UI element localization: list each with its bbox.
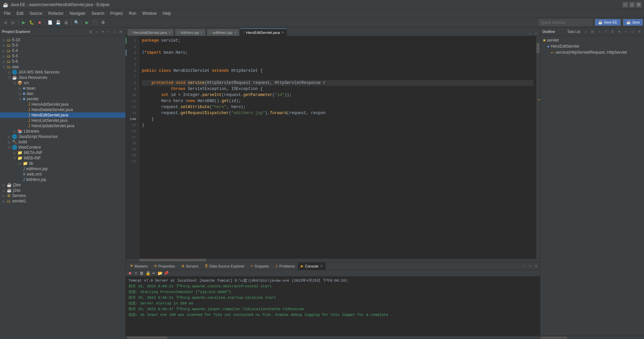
code-content[interactable]: package servlet; 3*import bean.Hero; pub…: [139, 36, 536, 258]
tab-datasource[interactable]: 🗄 Data Source Explorer: [202, 262, 248, 270]
tree-item-5-5[interactable]: ▷🗂5-5: [0, 53, 125, 59]
bottom-maximize-btn[interactable]: □: [527, 263, 533, 269]
tab-listhero-close[interactable]: ✕: [200, 31, 203, 34]
toolbar-save[interactable]: 💾: [54, 19, 62, 26]
perspective-javaee[interactable]: ☕ Java EE: [595, 19, 621, 26]
toolbar-server-start[interactable]: ▶: [83, 19, 91, 26]
console-open-file[interactable]: 📂: [157, 271, 163, 276]
toolbar-print[interactable]: 🖨: [62, 19, 70, 26]
tree-item-heroupdate[interactable]: JHeroUpdateServlet.java: [0, 123, 125, 129]
tab-heroeditservlet[interactable]: J HeroEditServlet.java ✕: [240, 29, 287, 36]
maximize-button[interactable]: □: [629, 2, 635, 7]
toolbar-stop[interactable]: ■: [36, 19, 43, 26]
tree-item-libraries[interactable]: ▷📚Libraries: [0, 129, 125, 134]
outline-item-method[interactable]: ●◌ service(HttpServletRequest, HttpServl…: [542, 49, 643, 55]
console-scroll-lock[interactable]: 🔒: [145, 271, 151, 276]
tree-item-jax-ws[interactable]: ▷🌐JAX-WS Web Services: [0, 69, 125, 75]
perspective-java[interactable]: ☕ Java: [623, 19, 643, 26]
outline-menu-btn[interactable]: ▾: [616, 29, 622, 34]
bottom-close-btn[interactable]: ✕: [533, 263, 539, 269]
tree-item-heroedit[interactable]: JHeroEditServlet.java: [0, 112, 125, 118]
tree-item-edithero[interactable]: JeditHero.jsp: [0, 166, 125, 172]
explorer-close-button[interactable]: ✕: [118, 29, 123, 34]
quick-access-input[interactable]: [539, 19, 592, 26]
toolbar-debug[interactable]: 🐛: [28, 19, 35, 26]
tree-item-java-resources[interactable]: ▽☕Java Resources: [0, 75, 125, 80]
tree-item-src[interactable]: ▽📦src: [0, 80, 125, 86]
menu-project[interactable]: Project: [108, 10, 125, 16]
toolbar-run[interactable]: ▶: [20, 19, 27, 26]
tree-item-herolist[interactable]: JHeroListServlet.java: [0, 118, 125, 123]
tab-console[interactable]: ▶ Console ✕: [298, 262, 325, 270]
outline-close-btn[interactable]: ✕: [637, 29, 642, 34]
console-clear-btn[interactable]: 🗑: [139, 271, 145, 276]
outline-collapse-btn[interactable]: ⊟: [590, 29, 595, 34]
toolbar-settings[interactable]: ⚙: [99, 19, 107, 26]
tree-item-webcontent[interactable]: ▽🌐WebContent: [0, 145, 125, 150]
tree-item-servlet[interactable]: ▽■servlet: [0, 96, 125, 102]
editor-scrollbar-x[interactable]: [126, 258, 540, 262]
tab-edithero-close[interactable]: ✕: [234, 31, 236, 34]
outline-item-servlet[interactable]: ■ servlet: [542, 37, 643, 43]
tree-item-servers[interactable]: ▷🖥Servers: [0, 193, 125, 198]
tree-item-5-3[interactable]: ▷🗂5-3: [0, 43, 125, 48]
outline-minimize-btn[interactable]: ─: [623, 29, 629, 34]
toolbar-search[interactable]: 🔍: [73, 19, 80, 26]
tree-item-lib[interactable]: ▷📁lib: [0, 161, 125, 166]
collapse-all-button[interactable]: ⊟: [88, 29, 93, 34]
editor-minimize-btn[interactable]: ─: [527, 31, 533, 36]
console-pin[interactable]: 📌: [163, 271, 169, 276]
outline-sort-btn[interactable]: ↕: [596, 29, 602, 34]
console-close[interactable]: ✕: [320, 264, 323, 268]
explorer-minimize-button[interactable]: ─: [106, 29, 111, 34]
tree-item-bean[interactable]: ▷■bean: [0, 86, 125, 91]
tree-item-aaa[interactable]: ▽🗂aaa: [0, 64, 125, 69]
tab-heroadd-close[interactable]: ✕: [168, 31, 171, 34]
outline-hide-fields-btn[interactable]: f: [603, 29, 608, 34]
toolbar-forward[interactable]: ▷: [9, 19, 17, 26]
tab-properties[interactable]: ⚙ Properties: [151, 262, 178, 270]
menu-edit[interactable]: Edit: [14, 10, 26, 16]
explorer-menu-button[interactable]: ▾: [100, 29, 105, 34]
menu-file[interactable]: File: [1, 10, 13, 16]
tree-item-web-inf[interactable]: ▽📁WEB-INF: [0, 155, 125, 161]
tab-snippets[interactable]: ✂ Snippets: [248, 262, 272, 270]
menu-navigate[interactable]: Navigate: [67, 10, 88, 16]
tab-heroadd[interactable]: J HeroAddServlet.java ✕: [127, 29, 174, 36]
menu-help[interactable]: Help: [160, 10, 174, 16]
tree-item-js-resources[interactable]: ▷🌐JavaScript Resources: [0, 134, 125, 139]
close-button[interactable]: ✕: [636, 2, 641, 7]
minimize-button[interactable]: ─: [623, 2, 628, 7]
tree-item-5-6[interactable]: ▷🗂5-6: [0, 59, 125, 64]
outline-scrollbar-x[interactable]: [540, 336, 644, 339]
tree-item-meta-inf[interactable]: ▷📁META-INF: [0, 150, 125, 155]
tree-item-webxml[interactable]: Xweb.xml: [0, 172, 125, 177]
outline-maximize-btn[interactable]: □: [630, 29, 635, 34]
tree-item-herodelete[interactable]: JHeroDeleteServlet.java: [0, 107, 125, 112]
tree-item-j2ee[interactable]: ▷☕j2ee: [0, 182, 125, 188]
tab-markers[interactable]: ⚑ Markers: [127, 262, 151, 270]
bottom-minimize-btn[interactable]: ─: [521, 263, 527, 269]
tab-problems[interactable]: ⚠ Problems: [272, 262, 298, 270]
tab-edithero[interactable]: J editHero.jsp ✕: [207, 29, 239, 36]
console-stop-btn[interactable]: ■: [127, 271, 132, 276]
tree-item-listhero[interactable]: JlistHero.jsp: [0, 177, 125, 182]
console-word-wrap[interactable]: ↵: [151, 271, 157, 276]
menu-search[interactable]: Search: [89, 10, 107, 16]
link-with-editor-button[interactable]: ↔: [94, 29, 99, 34]
toolbar-back[interactable]: ◁: [1, 19, 9, 26]
tab-heroeditservlet-close[interactable]: ✕: [281, 31, 284, 34]
menu-window[interactable]: Window: [140, 10, 159, 16]
explorer-maximize-button[interactable]: □: [112, 29, 117, 34]
outline-item-class[interactable]: ● HeroEditServlet: [542, 43, 643, 49]
tree-item-build[interactable]: ▷🔨build: [0, 139, 125, 145]
toolbar-server-stop[interactable]: ⬛: [91, 19, 99, 26]
outline-hide-static-btn[interactable]: S: [610, 29, 615, 34]
editor-vscroll[interactable]: [536, 36, 540, 258]
tree-item-5-4[interactable]: ▷🗂5-4: [0, 48, 125, 53]
tree-item-dao[interactable]: ▷■dao: [0, 91, 125, 96]
menu-run[interactable]: Run: [126, 10, 139, 16]
tree-item-5-10[interactable]: ▷🗂5-10: [0, 37, 125, 43]
tree-item-heroadd[interactable]: JHeroAddServlet.java: [0, 102, 125, 107]
menu-source[interactable]: Source: [27, 10, 45, 16]
